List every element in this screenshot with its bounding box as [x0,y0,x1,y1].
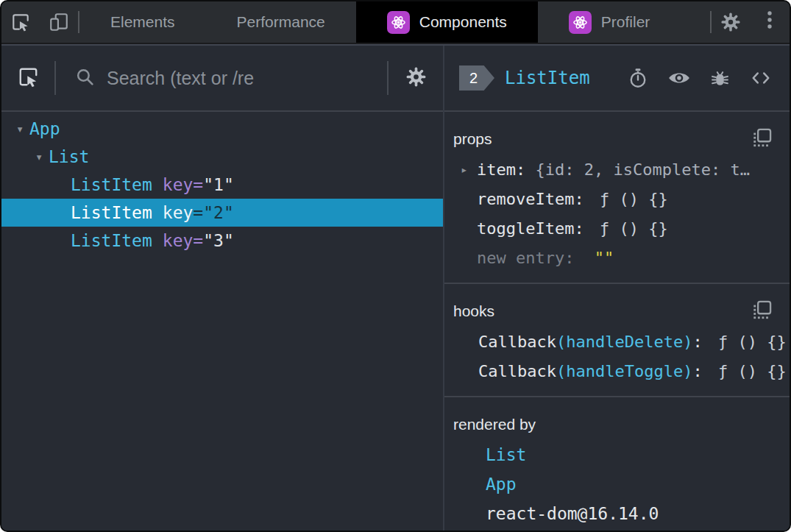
select-element-button[interactable] [1,65,54,91]
hooks-section: hooks [444,284,790,397]
gear-icon [720,11,742,33]
key-attribute: key [163,231,194,250]
hook-row-handledelete[interactable]: Callback(handleDelete): ƒ () {} [444,327,790,356]
tree-settings-button[interactable] [389,65,443,91]
gear-icon [405,65,428,91]
component-tree-panel: ▾ App ▾ List ListItemkey="1" ListItemkey… [1,46,443,531]
rendered-by-owner-app[interactable]: App [444,469,790,499]
prop-separator: : [574,190,594,208]
react-devtools-window: Elements Performance Components [0,0,791,532]
prop-value: ƒ () {} [600,190,668,208]
tab-label: Performance [237,13,325,31]
suspend-component-button[interactable] [628,68,648,88]
prop-row-item[interactable]: ▸item: {id: 2, isComplete: t… [444,155,790,184]
hook-value: ƒ () {} [718,362,787,380]
tab-elements[interactable]: Elements [79,1,206,43]
components-panel: ▾ App ▾ List ListItemkey="1" ListItemkey… [1,44,790,531]
copy-props-button[interactable] [751,128,773,150]
component-name: ListItem [71,203,152,222]
rendered-by-owner-list[interactable]: List [444,440,790,469]
component-name: ListItem [71,231,152,250]
eye-icon [668,67,690,89]
rendered-by-renderer-version: react-dom@16.14.0 [444,499,790,528]
device-toolbar-button[interactable] [40,1,78,43]
tab-label: Components [419,13,507,31]
key-value: "2" [203,203,234,222]
hook-separator: : [692,362,712,380]
devtools-tab-bar: Elements Performance Components [1,1,790,44]
kebab-menu-icon [766,10,773,35]
rendered-by-section: rendered by List App react-dom@16.14.0 [444,397,790,531]
component-name: List [49,147,89,166]
key-value: "1" [203,175,234,194]
expand-arrow-icon[interactable]: ▾ [10,121,29,136]
inspector-header: 2 ListItem [444,46,790,112]
hook-callback-name: (handleToggle) [556,362,692,380]
new-entry-value[interactable]: "" [595,249,614,267]
new-entry-name[interactable]: new entry [477,249,564,267]
rendered-by-label: rendered by [453,416,536,433]
prop-separator: : [516,160,536,179]
topbar-spacer [681,1,710,43]
search-box [56,67,387,90]
tree-row-listitem-1[interactable]: ListItemkey="1" [1,171,443,199]
bug-icon [710,68,730,88]
prop-row-toggleitem[interactable]: toggleItem: ƒ () {} [444,213,790,243]
prop-value: {id: 2, isComplete: t… [535,160,749,179]
more-options-button[interactable] [750,1,790,43]
component-name: App [29,119,60,138]
inspect-element-button[interactable] [1,1,40,43]
hook-callback-name: (handleDelete) [556,333,692,351]
tab-profiler[interactable]: Profiler [538,1,681,43]
tree-toolbar [1,46,443,112]
tab-label: Elements [110,13,175,31]
tree-row-app[interactable]: ▾ App [1,115,443,143]
inspect-cursor-icon [17,65,40,91]
key-badge: 2 [459,65,494,91]
hook-separator: : [692,333,712,351]
tree-row-listitem-2-selected[interactable]: ListItemkey="2" [1,199,443,227]
prop-row-removeitem[interactable]: removeItem: ƒ () {} [444,184,790,213]
log-to-console-button[interactable] [710,68,730,88]
component-tree: ▾ App ▾ List ListItemkey="1" ListItemkey… [1,112,443,255]
tab-performance[interactable]: Performance [206,1,356,43]
hook-row-handletoggle[interactable]: Callback(handleToggle): ƒ () {} [444,356,790,386]
tab-label: Profiler [601,13,650,31]
prop-row-new-entry[interactable]: new entry: "" [444,243,790,272]
prop-separator: : [564,249,584,267]
expand-arrow-icon[interactable]: ▾ [29,149,49,164]
key-value: "3" [203,231,234,250]
component-name: ListItem [71,175,152,194]
prop-name: item [477,160,516,179]
hook-name: Callback [478,333,556,351]
tree-row-list[interactable]: ▾ List [1,143,443,171]
stopwatch-icon [628,68,648,88]
hook-name: Callback [478,362,556,380]
copy-hooks-button[interactable] [751,300,773,322]
key-attribute: key [163,175,194,194]
props-section: props [444,112,790,284]
equals-sign: = [193,175,203,194]
code-brackets-icon [750,68,772,88]
key-attribute: key [163,203,194,222]
devtools-settings-button[interactable] [712,1,750,43]
search-input[interactable] [107,68,387,89]
device-toolbar-icon [49,12,69,32]
hooks-section-label: hooks [453,302,494,320]
inspector-actions [628,67,772,89]
expand-arrow-icon[interactable]: ▸ [461,163,477,177]
inspect-cursor-icon [10,12,31,32]
equals-sign: = [193,231,203,250]
component-inspector-panel: 2 ListItem [444,46,790,531]
react-icon [569,11,592,34]
props-section-label: props [453,130,492,148]
react-icon [387,11,410,34]
view-source-button[interactable] [750,68,772,88]
tab-components[interactable]: Components [356,1,538,43]
prop-name: toggleItem [477,219,574,238]
equals-sign: = [193,203,203,222]
search-icon [75,67,95,90]
hook-value: ƒ () {} [718,333,787,351]
tree-row-listitem-3[interactable]: ListItemkey="3" [1,227,443,255]
inspect-dom-button[interactable] [668,67,690,89]
